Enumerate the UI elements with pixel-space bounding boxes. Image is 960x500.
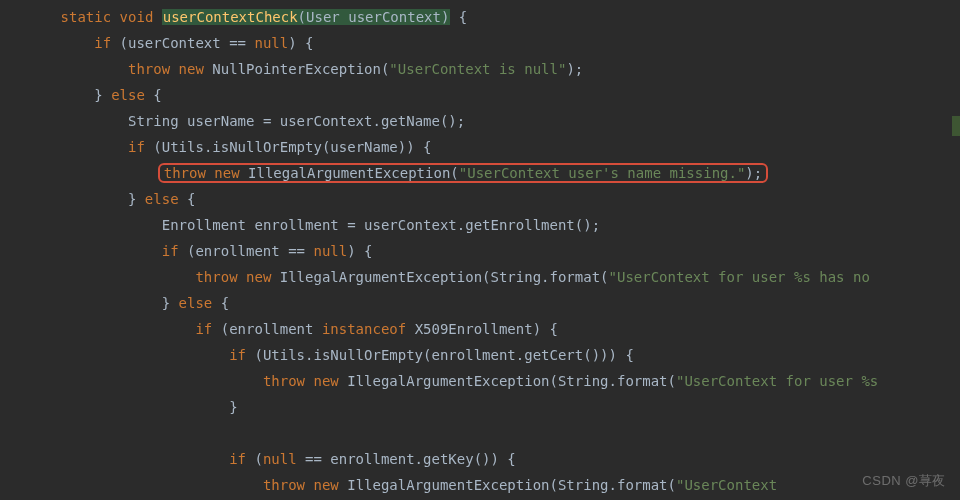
code-line: if (userContext == null) { <box>10 35 313 51</box>
code-line: } else { <box>10 87 162 103</box>
code-line: throw new IllegalArgumentException("User… <box>10 165 768 181</box>
method-declaration: userContextCheck(User userContext) <box>162 9 451 25</box>
code-line: if (enrollment instanceof X509Enrollment… <box>10 321 558 337</box>
code-line: String userName = userContext.getName(); <box>10 113 465 129</box>
code-editor[interactable]: static void userContextCheck(User userCo… <box>0 0 960 498</box>
code-line: static void userContextCheck(User userCo… <box>10 9 467 25</box>
code-line: throw new IllegalArgumentException(Strin… <box>10 269 870 285</box>
code-line: if (Utils.isNullOrEmpty(userName)) { <box>10 139 432 155</box>
code-line: if (enrollment == null) { <box>10 243 372 259</box>
code-line: throw new IllegalArgumentException(Strin… <box>10 373 878 389</box>
keyword-static: static <box>61 9 112 25</box>
watermark-text: CSDN @荨夜 <box>862 468 946 494</box>
code-line: } else { <box>10 191 195 207</box>
code-line <box>10 425 18 441</box>
highlighted-throw-line: throw new IllegalArgumentException("User… <box>158 163 769 183</box>
code-line: } else { <box>10 295 229 311</box>
keyword-void: void <box>120 9 154 25</box>
code-line: if (Utils.isNullOrEmpty(enrollment.getCe… <box>10 347 634 363</box>
code-line: if (null == enrollment.getKey()) { <box>10 451 516 467</box>
code-line: throw new NullPointerException("UserCont… <box>10 61 583 77</box>
code-line: throw new IllegalArgumentException(Strin… <box>10 477 777 493</box>
gutter-change-marker <box>952 116 960 136</box>
code-line: Enrollment enrollment = userContext.getE… <box>10 217 600 233</box>
code-line: } <box>10 399 238 415</box>
